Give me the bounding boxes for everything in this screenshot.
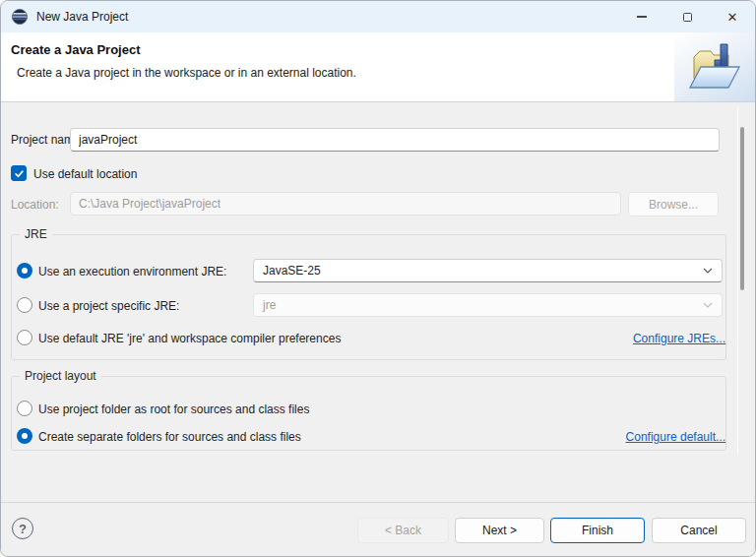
project-specific-jre-combobox: jre	[253, 293, 723, 317]
close-icon: ✕	[727, 11, 738, 24]
cancel-button[interactable]: Cancel	[652, 518, 746, 543]
execution-env-radio[interactable]	[17, 263, 32, 278]
checkmark-icon	[14, 168, 25, 179]
eclipse-logo-icon	[11, 8, 29, 26]
location-label: Location:	[11, 198, 59, 212]
default-jre-radio[interactable]	[17, 330, 32, 345]
window-title: New Java Project	[36, 10, 128, 24]
project-folder-root-label: Use project folder as root for sources a…	[38, 402, 309, 416]
execution-env-label: Use an execution environment JRE:	[38, 265, 226, 278]
finish-button[interactable]: Finish	[550, 518, 645, 543]
titlebar: New Java Project ✕	[1, 1, 755, 32]
execution-env-combobox[interactable]: JavaSE-25	[253, 259, 723, 282]
minimize-icon	[637, 16, 647, 18]
scroll-area-edge	[737, 107, 738, 455]
project-specific-jre-label: Use a project specific JRE:	[38, 299, 179, 313]
use-default-location-label: Use default location	[33, 167, 137, 181]
project-layout-group-title: Project layout	[20, 369, 101, 384]
vertical-scrollbar-thumb[interactable]	[740, 127, 744, 290]
jre-group-title: JRE	[20, 227, 52, 242]
project-layout-group: Project layout Use project folder as roo…	[11, 376, 726, 451]
new-java-project-dialog: New Java Project ✕ Create a Java Project…	[0, 0, 756, 557]
default-jre-label: Use default JRE 'jre' and workspace comp…	[38, 332, 341, 345]
maximize-button[interactable]	[664, 1, 710, 32]
maximize-icon	[683, 13, 692, 22]
separate-folders-radio[interactable]	[17, 428, 32, 444]
new-java-project-folder-icon	[674, 32, 755, 101]
minimize-button[interactable]	[619, 1, 664, 32]
browse-button[interactable]: Browse...	[628, 192, 719, 217]
chevron-down-icon	[703, 268, 713, 274]
window-controls: ✕	[619, 1, 755, 32]
help-button[interactable]: ?	[12, 518, 33, 539]
separate-folders-label: Create separate folders for sources and …	[38, 430, 301, 444]
chevron-down-icon	[703, 302, 713, 308]
wizard-form: Project name: Use default location Locat…	[1, 102, 755, 504]
project-folder-root-radio[interactable]	[17, 401, 32, 416]
project-specific-jre-value: jre	[263, 298, 276, 312]
page-title: Create a Java Project	[1, 32, 755, 57]
wizard-banner: Create a Java Project Create a Java proj…	[1, 32, 755, 102]
next-button[interactable]: Next >	[455, 518, 544, 543]
close-button[interactable]: ✕	[710, 1, 755, 32]
location-input	[70, 192, 621, 216]
project-specific-jre-radio[interactable]	[17, 297, 32, 313]
jre-group: JRE Use an execution environment JRE: Ja…	[11, 234, 726, 360]
page-description: Create a Java project in the workspace o…	[1, 57, 755, 80]
execution-env-value: JavaSE-25	[263, 264, 321, 278]
configure-jres-link[interactable]: Configure JREs...	[633, 332, 725, 345]
button-bar: ? < Back Next > Finish Cancel	[1, 502, 755, 556]
use-default-location-checkbox[interactable]	[11, 165, 27, 181]
configure-default-link[interactable]: Configure default...	[626, 430, 725, 444]
project-name-input[interactable]	[70, 128, 720, 152]
back-button[interactable]: < Back	[357, 518, 449, 543]
